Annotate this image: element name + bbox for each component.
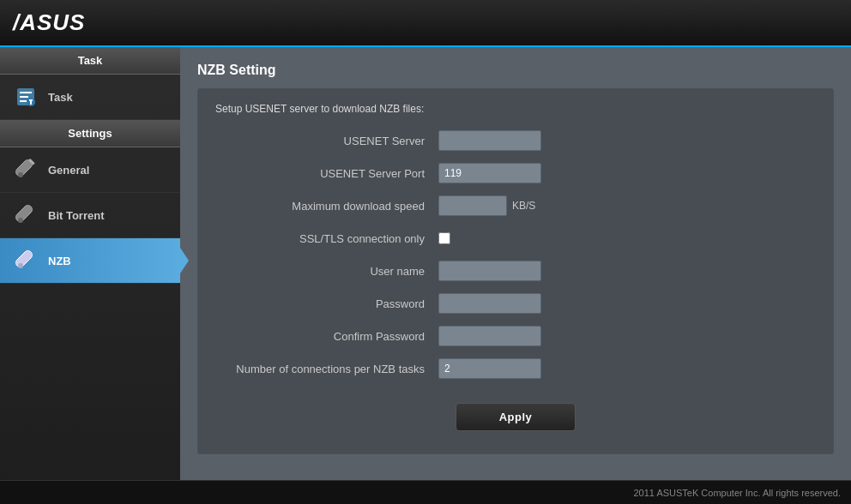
confirm-password-label: Confirm Password <box>215 330 438 343</box>
settings-section-header: Settings <box>0 120 180 147</box>
ssl-row: SSL/TLS connection only <box>215 226 816 250</box>
sidebar-task-label: Task <box>48 91 73 104</box>
username-input[interactable] <box>438 261 541 281</box>
username-row: User name <box>215 259 816 283</box>
usenet-port-row: USENET Server Port <box>215 161 816 185</box>
max-download-input[interactable] <box>438 195 507 216</box>
sidebar-nzb-label: NZB <box>48 255 71 267</box>
main-layout: Task Task Settings <box>0 47 851 480</box>
connections-label: Number of connections per NZB tasks <box>215 363 438 375</box>
sidebar-item-bittorrent[interactable]: Bit Torrent <box>0 193 180 238</box>
sidebar-item-nzb[interactable]: NZB <box>0 238 180 284</box>
username-label: User name <box>215 265 438 278</box>
svg-rect-6 <box>30 99 32 105</box>
download-unit: KB/S <box>512 200 535 212</box>
svg-rect-1 <box>20 92 32 93</box>
connections-row: Number of connections per NZB tasks <box>215 357 816 381</box>
sidebar-item-task[interactable]: Task <box>0 75 180 120</box>
apply-button[interactable]: Apply <box>456 403 576 431</box>
content-panel: Setup USENET server to download NZB file… <box>197 88 834 454</box>
usenet-port-input[interactable] <box>438 163 541 183</box>
svg-point-10 <box>18 263 23 268</box>
sidebar-bittorrent-label: Bit Torrent <box>48 209 104 222</box>
connections-input[interactable] <box>438 358 541 379</box>
password-label: Password <box>215 297 438 310</box>
confirm-password-row: Confirm Password <box>215 324 816 348</box>
confirm-password-input[interactable] <box>438 326 541 346</box>
task-icon <box>12 83 39 111</box>
bittorrent-wrench-icon <box>12 201 39 229</box>
password-row: Password <box>215 291 816 315</box>
button-row: Apply <box>215 394 816 440</box>
asus-logo: /ASUS <box>13 9 85 36</box>
password-input[interactable] <box>438 293 541 314</box>
ssl-label: SSL/TLS connection only <box>215 232 438 245</box>
usenet-port-label: USENET Server Port <box>215 167 438 180</box>
usenet-server-input[interactable] <box>438 130 541 151</box>
max-download-label: Maximum download speed <box>215 200 438 213</box>
footer: 2011 ASUSTeK Computer Inc. All rights re… <box>0 480 851 504</box>
usenet-server-row: USENET Server <box>215 129 816 153</box>
usenet-server-label: USENET Server <box>215 135 438 147</box>
svg-rect-3 <box>20 100 27 102</box>
sidebar: Task Task Settings <box>0 47 180 480</box>
content-area: NZB Setting Setup USENET server to downl… <box>180 47 851 480</box>
sidebar-general-label: General <box>48 164 89 177</box>
footer-text: 2011 ASUSTeK Computer Inc. All rights re… <box>633 488 841 498</box>
svg-point-9 <box>18 218 23 223</box>
ssl-checkbox[interactable] <box>438 232 450 244</box>
task-section-header: Task <box>0 47 180 75</box>
sidebar-item-general[interactable]: General <box>0 147 180 193</box>
svg-rect-2 <box>20 96 28 98</box>
page-title: NZB Setting <box>197 63 834 78</box>
panel-description: Setup USENET server to download NZB file… <box>215 103 816 115</box>
nzb-wrench-icon <box>12 247 39 274</box>
svg-point-7 <box>18 172 23 177</box>
general-wrench-icon <box>12 156 39 183</box>
header: /ASUS <box>0 0 851 47</box>
max-download-row: Maximum download speed KB/S <box>215 194 816 218</box>
